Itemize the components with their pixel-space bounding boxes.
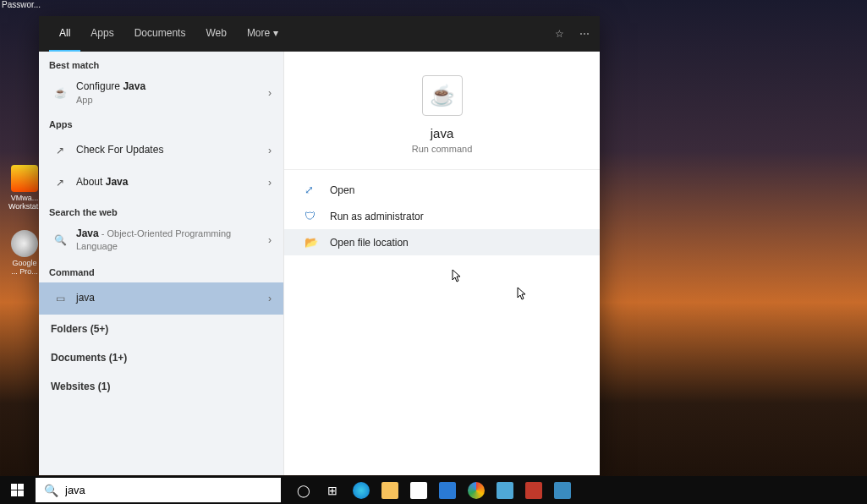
search-tabs-bar: All Apps Documents Web More▾ ☆ ⋯ bbox=[39, 16, 600, 52]
result-folders[interactable]: Folders (5+) bbox=[39, 315, 283, 343]
result-command-java[interactable]: ▭ java › bbox=[39, 282, 283, 315]
tab-more[interactable]: More▾ bbox=[237, 16, 288, 52]
windows-logo-icon bbox=[11, 484, 24, 496]
cortana-button[interactable]: ◯ bbox=[291, 476, 316, 504]
taskbar-apps: ◯ ⊞ bbox=[291, 476, 575, 504]
about-icon: ↗ bbox=[51, 177, 69, 189]
taskbar-app-explorer[interactable] bbox=[377, 476, 403, 504]
section-command: Command bbox=[39, 259, 283, 282]
result-configure-java[interactable]: ☕ Configure JavaApp › bbox=[39, 75, 283, 111]
desktop-shortcut-vmware[interactable]: VMwa... Workstat... bbox=[8, 165, 41, 211]
taskbar-app-generic1[interactable] bbox=[492, 476, 518, 504]
desktop-icons: VMwa... Workstat... Google ... Pro... bbox=[8, 165, 41, 295]
cursor-icon bbox=[517, 287, 527, 300]
start-search-panel: All Apps Documents Web More▾ ☆ ⋯ Best ma… bbox=[39, 16, 600, 475]
section-best-match: Best match bbox=[39, 52, 283, 75]
section-search-web: Search the web bbox=[39, 199, 283, 222]
chevron-right-icon: › bbox=[268, 87, 272, 99]
tab-web[interactable]: Web bbox=[195, 16, 236, 52]
admin-icon: 🛡 bbox=[305, 210, 321, 222]
section-apps: Apps bbox=[39, 111, 283, 134]
tab-all[interactable]: All bbox=[49, 16, 80, 52]
action-open[interactable]: ⤢ Open bbox=[284, 177, 600, 203]
results-list: Best match ☕ Configure JavaApp › Apps ↗ … bbox=[39, 52, 283, 475]
taskbar-app-generic2[interactable] bbox=[521, 476, 546, 504]
action-run-as-admin[interactable]: 🛡 Run as administrator bbox=[284, 203, 600, 229]
taskview-button[interactable]: ⊞ bbox=[320, 476, 345, 504]
chevron-right-icon: › bbox=[268, 177, 272, 189]
preview-subtitle: Run command bbox=[284, 144, 600, 154]
tab-apps[interactable]: Apps bbox=[80, 16, 123, 52]
tab-documents[interactable]: Documents bbox=[124, 16, 196, 52]
action-open-file-location[interactable]: 📂 Open file location bbox=[284, 229, 600, 255]
open-icon: ⤢ bbox=[305, 184, 321, 196]
start-button[interactable] bbox=[0, 476, 34, 504]
desktop-shortcut-googleearth[interactable]: Google ... Pro... bbox=[8, 230, 41, 276]
taskbar-app-store[interactable] bbox=[406, 476, 431, 504]
desktop-shortcut-label: Google ... Pro... bbox=[8, 259, 41, 276]
taskbar-app-edge[interactable] bbox=[348, 476, 374, 504]
taskbar-app-generic3[interactable] bbox=[550, 476, 575, 504]
desktop-shortcut-label: VMwa... Workstat... bbox=[8, 194, 41, 211]
result-check-updates[interactable]: ↗ Check For Updates › bbox=[39, 134, 283, 167]
action-label: Open file location bbox=[330, 237, 409, 249]
taskbar-app-chrome[interactable] bbox=[464, 476, 489, 504]
java-app-icon: ☕ bbox=[422, 75, 463, 116]
result-websites[interactable]: Websites (1) bbox=[39, 372, 283, 401]
chevron-right-icon: › bbox=[268, 234, 272, 246]
preview-pane: ☕ java Run command ⤢ Open 🛡 Run as admin… bbox=[283, 52, 600, 475]
chevron-right-icon: › bbox=[268, 145, 272, 156]
cursor-icon bbox=[452, 269, 462, 282]
update-icon: ↗ bbox=[51, 145, 69, 156]
taskbar-app-mail[interactable] bbox=[435, 476, 460, 504]
window-title-truncated: Passwor... bbox=[2, 0, 41, 9]
action-label: Open bbox=[330, 184, 354, 196]
result-about-java[interactable]: ↗ About Java › bbox=[39, 167, 283, 199]
search-icon: 🔍 bbox=[51, 234, 69, 246]
action-label: Run as administrator bbox=[330, 211, 424, 222]
feedback-icon[interactable]: ☆ bbox=[555, 28, 564, 40]
search-icon: 🔍 bbox=[44, 484, 58, 497]
search-input[interactable] bbox=[65, 484, 272, 496]
chevron-right-icon: › bbox=[268, 293, 272, 304]
command-icon: ▭ bbox=[51, 293, 69, 304]
taskbar: 🔍 ◯ ⊞ bbox=[0, 476, 867, 504]
folder-icon: 📂 bbox=[305, 236, 321, 249]
result-documents[interactable]: Documents (1+) bbox=[39, 343, 283, 372]
taskbar-search[interactable]: 🔍 bbox=[36, 478, 281, 502]
java-icon: ☕ bbox=[51, 87, 69, 99]
result-web-java[interactable]: 🔍 Java - Object-Oriented Programming Lan… bbox=[39, 222, 283, 259]
more-options-icon[interactable]: ⋯ bbox=[579, 28, 590, 40]
preview-title: java bbox=[284, 126, 600, 140]
